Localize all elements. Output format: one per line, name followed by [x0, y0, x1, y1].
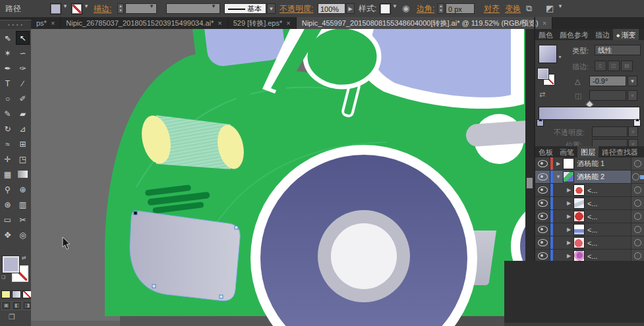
layer-row-2-selected[interactable]: ▼ 酒杨能 2 [535, 171, 644, 184]
sublayer-row-1[interactable]: ▶ <... [535, 184, 644, 197]
gradient-button[interactable] [12, 290, 21, 298]
stroke-color-swatch[interactable] [71, 3, 82, 14]
sublayer-row-3[interactable]: ▶ <... [535, 210, 644, 223]
target-icon[interactable] [634, 213, 641, 220]
align-link[interactable]: 对齐 [484, 3, 500, 14]
stroke-within-button[interactable]: ▯ [595, 61, 606, 71]
blend-tool[interactable]: ⊕ [16, 182, 30, 196]
visibility-cell[interactable] [535, 223, 550, 236]
expand-icon[interactable]: ▶ [566, 240, 572, 246]
tab-close-icon[interactable]: × [286, 19, 290, 27]
eye-icon[interactable] [538, 252, 548, 259]
width-tool[interactable]: ≈ [1, 137, 15, 151]
slice-tool[interactable]: ✂ [16, 213, 30, 227]
none-button[interactable] [22, 290, 32, 298]
ellipse-tool[interactable]: ○ [1, 92, 15, 105]
sublayer-thumbnail[interactable] [573, 250, 585, 261]
brush-dropdown-button[interactable]: ▼ [267, 3, 276, 14]
eye-icon[interactable] [538, 226, 548, 233]
tab-stroke[interactable]: 描边 [592, 29, 613, 40]
scrollbar-thumb[interactable] [527, 178, 533, 188]
zoom-tool[interactable]: ◎ [16, 228, 30, 242]
gradient-slider[interactable] [539, 107, 640, 120]
tools-panel-grip[interactable]: ▪ ▪ ▪ ▪ [0, 20, 31, 29]
eye-icon[interactable] [538, 213, 548, 220]
rotate-tool[interactable]: ↻ [1, 122, 15, 136]
tab-layers-active[interactable]: 图层 [577, 146, 599, 157]
eye-icon[interactable] [538, 186, 548, 194]
gradient-type-select[interactable]: 线性 [595, 45, 641, 55]
tab-color[interactable]: 颜色 [535, 29, 556, 40]
sublayer-name[interactable]: <... [587, 252, 598, 260]
gradient-stop-right[interactable] [633, 119, 641, 126]
recolor-artwork-icon[interactable]: ◉ [402, 3, 409, 13]
target-icon[interactable] [634, 252, 641, 259]
type-tool[interactable]: T [1, 76, 15, 90]
document-tab-2[interactable]: Nipic_26785037_20180515203915499034.ai* … [61, 17, 227, 29]
swap-fill-stroke-icon[interactable]: ⇄ [22, 255, 26, 261]
draw-normal-icon[interactable]: ▣ [1, 301, 11, 310]
eye-icon[interactable] [538, 239, 548, 246]
symbol-sprayer-tool[interactable]: ⊛ [1, 198, 15, 211]
pencil-tool[interactable]: ✎ [1, 107, 15, 121]
corner-value[interactable]: 0 px [446, 3, 475, 14]
sublayer-thumbnail[interactable] [573, 237, 585, 248]
sublayer-name[interactable]: <... [587, 186, 598, 194]
target-icon[interactable] [634, 160, 641, 167]
fill-color-swatch[interactable] [50, 3, 61, 14]
stroke-weight-stepper[interactable]: ▲▼ [117, 3, 124, 14]
layer-thumbnail[interactable] [563, 158, 574, 169]
target-cell[interactable] [631, 157, 644, 170]
eye-icon[interactable] [538, 173, 548, 180]
selection-tool[interactable]: ↖ [16, 31, 30, 45]
target-cell[interactable] [631, 171, 644, 183]
magic-wand-tool[interactable]: ✶ [1, 46, 15, 60]
tab-close-icon[interactable]: × [218, 19, 221, 27]
line-tool[interactable]: ∕ [16, 76, 30, 90]
opacity-link[interactable]: 不透明度: [279, 3, 313, 14]
sublayer-row-5[interactable]: ▶ <... [535, 236, 644, 250]
width-profile-dropdown-icon[interactable]: ▼ [211, 3, 216, 9]
layer-row-1[interactable]: ▶ 酒杨能 1 [535, 157, 644, 171]
gradient-swatch-dropdown-icon[interactable]: ▼ [558, 55, 562, 59]
constrain-dropdown-icon[interactable]: ▼ [558, 3, 563, 9]
sublayer-thumbnail[interactable] [573, 198, 585, 209]
fill-dropdown-icon[interactable]: ▼ [63, 3, 68, 9]
sublayer-row-4[interactable]: ▶ <... [535, 223, 644, 236]
layer-thumbnail[interactable] [563, 171, 574, 182]
direct-selection-tool[interactable]: ⇖ [1, 31, 15, 45]
eye-icon[interactable] [538, 160, 548, 167]
gradient-stop-left[interactable] [537, 119, 544, 126]
hand-tool[interactable]: ✥ [1, 228, 15, 242]
expand-icon[interactable]: ▶ [566, 253, 572, 259]
document-tab-3[interactable]: 529 [转换].eps* × [228, 17, 297, 29]
visibility-cell[interactable] [535, 171, 550, 183]
target-cell[interactable] [631, 210, 644, 223]
sublayer-thumbnail[interactable] [573, 211, 585, 222]
transform-link[interactable]: 变换 [505, 3, 521, 14]
target-icon[interactable] [634, 186, 641, 194]
draw-behind-icon[interactable]: ◧ [12, 301, 22, 310]
visibility-cell[interactable] [535, 197, 550, 209]
layer-name[interactable]: 酒杨能 1 [577, 159, 604, 169]
paintbrush-tool[interactable]: ✐ [16, 92, 30, 105]
color-button[interactable] [1, 290, 11, 298]
tab-gradient-active[interactable]: ◆ 渐变 [613, 29, 639, 40]
sublayer-name[interactable]: <... [587, 213, 598, 221]
style-swatch[interactable] [380, 3, 391, 14]
angle-dropdown-button[interactable]: ▼ [628, 76, 637, 86]
sublayer-name[interactable]: <... [587, 239, 598, 247]
graph-tool[interactable]: ▥ [16, 198, 30, 211]
fill-indicator[interactable] [3, 256, 19, 273]
visibility-cell[interactable] [535, 184, 550, 196]
tab-swatches[interactable]: 色板 [535, 146, 556, 157]
sublayer-thumbnail[interactable] [573, 184, 585, 196]
target-cell[interactable] [631, 236, 644, 249]
constrain-icon[interactable]: ◩ [546, 3, 554, 13]
screen-mode-icon[interactable]: ❐ [9, 313, 15, 321]
shape-builder-tool[interactable]: ✛ [1, 152, 15, 166]
gradient-fill-proxy[interactable] [538, 68, 548, 79]
expand-icon[interactable]: ▶ [566, 200, 572, 206]
collapse-icon[interactable]: ▼ [555, 174, 562, 180]
target-icon[interactable] [634, 239, 641, 246]
